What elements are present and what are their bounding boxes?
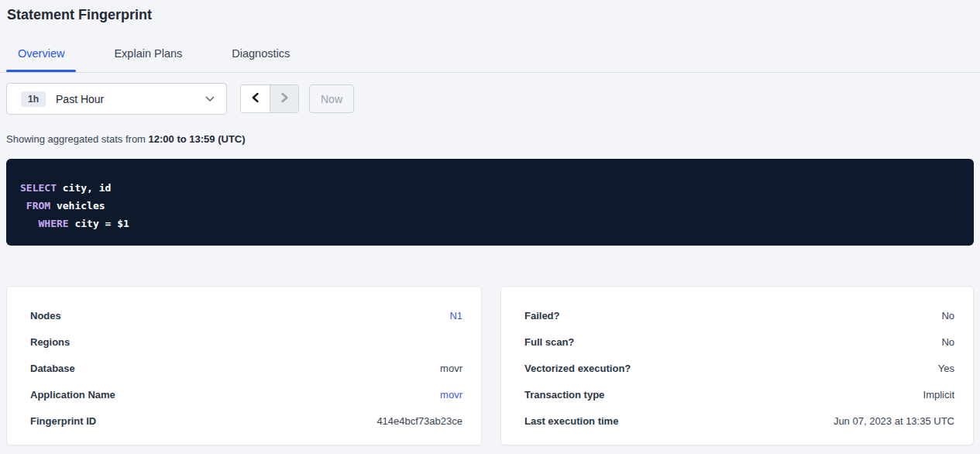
tab-overview[interactable]: Overview xyxy=(6,44,76,72)
nodes-row: Nodes N1 xyxy=(30,302,462,328)
fingerprint-id-label: Fingerprint ID xyxy=(30,415,96,427)
regions-row: Regions xyxy=(30,328,462,355)
sql-line: WHERE city = $1 xyxy=(20,215,960,232)
transaction-type-row: Transaction type Implicit xyxy=(524,381,954,408)
statement-details-card: Nodes N1 Regions Database movr Applicati… xyxy=(6,286,482,445)
nodes-link[interactable]: N1 xyxy=(449,310,462,322)
time-interval-badge: 1h xyxy=(21,91,46,107)
transaction-type-label: Transaction type xyxy=(524,389,604,401)
last-execution-time-row: Last execution time Jun 07, 2023 at 13:3… xyxy=(524,408,954,434)
application-name-link[interactable]: movr xyxy=(440,389,462,401)
transaction-type-value: Implicit xyxy=(923,389,954,401)
full-scan-row: Full scan? No xyxy=(524,328,954,355)
full-scan-label: Full scan? xyxy=(524,336,574,348)
sql-text: city, id xyxy=(57,182,111,194)
sql-text: city = $1 xyxy=(69,218,129,229)
tab-explain-plans[interactable]: Explain Plans xyxy=(102,44,194,72)
vectorized-execution-label: Vectorized execution? xyxy=(524,363,631,374)
time-controls: 1h Past Hour Now xyxy=(6,83,354,115)
stats-prefix: Showing aggregated stats from xyxy=(6,133,149,145)
execution-attributes-card: Failed? No Full scan? No Vectorized exec… xyxy=(500,286,974,445)
database-row: Database movr xyxy=(30,355,462,381)
time-range-label: Past Hour xyxy=(56,93,104,105)
aggregated-stats-line: Showing aggregated stats from 12:00 to 1… xyxy=(6,133,246,145)
vectorized-execution-row: Vectorized execution? Yes xyxy=(524,355,954,381)
fingerprint-id-row: Fingerprint ID 414e4bcf73ab23ce xyxy=(30,408,462,434)
application-name-row: Application Name movr xyxy=(30,381,462,408)
now-button[interactable]: Now xyxy=(309,84,354,113)
tab-bar: Overview Explain Plans Diagnostics xyxy=(0,44,980,73)
chevron-left-icon xyxy=(251,92,260,105)
vectorized-execution-value: Yes xyxy=(938,363,954,374)
application-name-label: Application Name xyxy=(30,389,115,401)
tab-diagnostics-label: Diagnostics xyxy=(232,47,290,60)
database-label: Database xyxy=(30,363,75,374)
time-nav-buttons xyxy=(240,84,299,113)
tab-overview-label: Overview xyxy=(18,47,64,60)
statement-fingerprint-page: Statement Fingerprint Overview Explain P… xyxy=(0,0,980,454)
sql-keyword: FROM xyxy=(20,200,50,212)
database-value: movr xyxy=(440,363,462,374)
last-execution-time-value: Jun 07, 2023 at 13:35 UTC xyxy=(834,415,954,427)
sql-line: SELECT city, id xyxy=(20,179,960,197)
failed-label: Failed? xyxy=(524,310,560,322)
chevron-right-icon xyxy=(280,92,289,105)
tab-explain-plans-label: Explain Plans xyxy=(114,47,182,60)
regions-label: Regions xyxy=(30,336,70,348)
tab-diagnostics[interactable]: Diagnostics xyxy=(220,44,301,72)
sql-text: vehicles xyxy=(50,200,105,212)
sql-statement-box: SELECT city, id FROM vehicles WHERE city… xyxy=(6,159,974,246)
failed-value: No xyxy=(941,310,954,322)
last-execution-time-label: Last execution time xyxy=(524,415,618,427)
chevron-down-icon xyxy=(205,96,215,102)
next-time-button[interactable] xyxy=(270,85,298,112)
sql-keyword: WHERE xyxy=(20,218,69,229)
time-range-dropdown[interactable]: 1h Past Hour xyxy=(6,83,227,115)
sql-keyword: SELECT xyxy=(20,182,57,194)
fingerprint-id-value: 414e4bcf73ab23ce xyxy=(377,415,462,427)
stats-time-range: 12:00 to 13:59 (UTC) xyxy=(149,133,246,145)
failed-row: Failed? No xyxy=(524,302,954,328)
nodes-label: Nodes xyxy=(30,310,61,322)
prev-time-button[interactable] xyxy=(241,85,270,112)
page-title: Statement Fingerprint xyxy=(7,7,152,23)
full-scan-value: No xyxy=(941,336,954,348)
active-tab-indicator xyxy=(6,70,76,72)
sql-line: FROM vehicles xyxy=(20,197,960,215)
